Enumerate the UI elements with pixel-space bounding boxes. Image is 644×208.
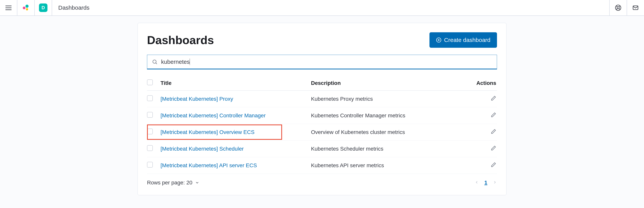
table-row: [Metricbeat Kubernetes] ProxyKubernetes … [147, 91, 497, 107]
search-input-value: kubernetes [161, 59, 190, 65]
dashboard-description: Kubernetes Controller Manager metrics [311, 107, 468, 124]
app-letter-badge: D [39, 4, 48, 12]
hamburger-icon [6, 6, 12, 10]
search-field[interactable]: kubernetes [147, 55, 497, 69]
chevron-left-icon [474, 180, 479, 184]
svg-line-11 [156, 63, 157, 64]
rows-per-page-select[interactable]: Rows per page: 20 [147, 180, 199, 186]
dashboard-description: Kubernetes Proxy metrics [311, 91, 468, 107]
row-checkbox[interactable] [147, 162, 153, 168]
svg-line-3 [619, 9, 620, 10]
chevron-down-icon [195, 180, 199, 185]
create-dashboard-label: Create dashboard [444, 37, 490, 43]
help-button[interactable] [609, 0, 627, 16]
dashboard-title-link[interactable]: [Metricbeat Kubernetes] Overview ECS [160, 129, 254, 135]
dashboard-title-link[interactable]: [Metricbeat Kubernetes] API server ECS [160, 162, 257, 168]
pager-prev[interactable] [474, 180, 479, 186]
dashboard-description: Overview of Kubernetes cluster metrics [311, 124, 468, 141]
dashboard-title-link[interactable]: [Metricbeat Kubernetes] Controller Manag… [160, 113, 266, 119]
pencil-icon [491, 129, 496, 134]
dashboards-table: Title Description Actions [Metricbeat Ku… [147, 77, 497, 174]
dashboard-title-link[interactable]: [Metricbeat Kubernetes] Scheduler [160, 146, 244, 152]
row-checkbox[interactable] [147, 95, 153, 101]
edit-button[interactable] [491, 113, 496, 119]
edit-button[interactable] [491, 129, 496, 135]
hamburger-menu-button[interactable] [0, 0, 17, 16]
dashboard-description: Kubernetes Scheduler metrics [311, 141, 468, 157]
lifebuoy-icon [615, 5, 622, 11]
dashboard-title-link[interactable]: [Metricbeat Kubernetes] Proxy [160, 96, 233, 102]
pagination: 1 [474, 180, 497, 186]
table-row: [Metricbeat Kubernetes] API server ECSKu… [147, 157, 497, 174]
column-header-title[interactable]: Title [160, 77, 311, 91]
svg-line-4 [619, 6, 620, 7]
svg-point-10 [153, 60, 156, 63]
elastic-logo-button[interactable] [17, 0, 35, 16]
column-header-description: Description [311, 77, 468, 91]
row-checkbox[interactable] [147, 112, 153, 118]
pencil-icon [491, 112, 496, 118]
mail-icon [632, 5, 639, 11]
svg-line-2 [616, 6, 618, 7]
dashboard-description: Kubernetes API server metrics [311, 157, 468, 174]
newsfeed-button[interactable] [627, 0, 644, 16]
top-bar: D Dashboards [0, 0, 644, 16]
select-all-checkbox[interactable] [147, 79, 153, 85]
row-checkbox[interactable] [147, 129, 153, 134]
pager-next[interactable] [493, 180, 497, 186]
plus-circle-icon [436, 37, 442, 43]
breadcrumb: Dashboards [58, 5, 90, 11]
table-row: [Metricbeat Kubernetes] Controller Manag… [147, 107, 497, 124]
edit-button[interactable] [491, 163, 496, 169]
svg-line-5 [616, 9, 618, 10]
pencil-icon [491, 145, 496, 151]
pencil-icon [491, 95, 496, 101]
column-header-actions: Actions [468, 77, 497, 91]
pager-current-page[interactable]: 1 [484, 180, 487, 186]
edit-button[interactable] [491, 96, 496, 102]
app-switcher-button[interactable]: D [35, 0, 52, 16]
row-checkbox[interactable] [147, 145, 153, 151]
table-row: [Metricbeat Kubernetes] SchedulerKuberne… [147, 141, 497, 157]
edit-button[interactable] [491, 146, 496, 152]
rows-per-page-label: Rows per page: 20 [147, 180, 192, 186]
create-dashboard-button[interactable]: Create dashboard [430, 32, 497, 48]
elastic-logo-icon [22, 4, 29, 11]
search-icon [152, 59, 158, 65]
pencil-icon [491, 162, 496, 167]
page-title: Dashboards [147, 33, 214, 47]
table-row: [Metricbeat Kubernetes] Overview ECSOver… [147, 124, 497, 141]
dashboards-panel: Dashboards Create dashboard kubernetes [138, 23, 506, 195]
chevron-right-icon [493, 180, 497, 184]
